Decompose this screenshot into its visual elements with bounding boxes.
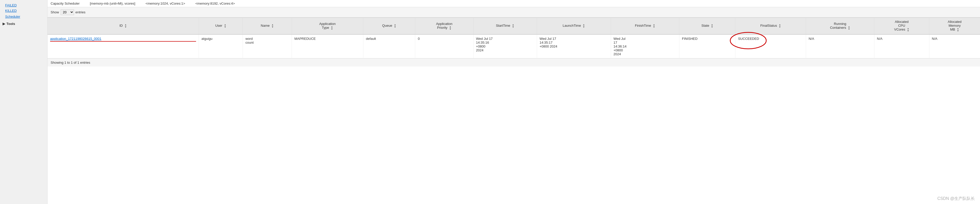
tools-label: Tools: [6, 22, 15, 26]
finalstatus-value: SUCCEEDED: [738, 37, 759, 41]
cell-queue: default: [363, 34, 415, 58]
link-underline-decoration: [50, 41, 196, 41]
sort-containers-icon: ▲▼: [848, 26, 850, 30]
cell-state: FINISHED: [679, 34, 735, 58]
scheduler-name: Capacity Scheduler: [51, 2, 80, 5]
col-state[interactable]: State ▲▼: [679, 18, 735, 35]
col-name[interactable]: Name ▲▼: [243, 18, 292, 35]
sort-start-icon: ▲▼: [512, 24, 514, 28]
show-label: Show: [51, 10, 59, 14]
sort-priority-icon: ▲▼: [449, 26, 452, 30]
col-finalstatus[interactable]: FinalStatus ▲▼: [735, 18, 806, 35]
scheduler-link[interactable]: Scheduler: [0, 13, 47, 20]
sort-state-icon: ▲▼: [711, 24, 713, 28]
min-resources: <memory:1024, vCores:1>: [145, 2, 185, 5]
app-name-line1: word: [245, 37, 253, 41]
col-launchtime[interactable]: LaunchTime ▲▼: [537, 18, 611, 35]
col-user[interactable]: User ▲▼: [199, 18, 243, 35]
cell-name: word count: [243, 34, 292, 58]
cell-running-containers: N/A: [806, 34, 874, 58]
table-wrapper: ID ▲▼ User ▲▼ Name ▲▼ ApplicationType ▲▼: [48, 18, 980, 58]
main-content: Capacity Scheduler [memory-mb (unit=Mi),…: [48, 0, 980, 204]
col-alloc-memory[interactable]: AllocatedMemoryMB ▲▼: [929, 18, 980, 35]
sort-finalstatus-icon: ▲▼: [779, 24, 781, 28]
cell-apptype: MAPREDUCE: [292, 34, 363, 58]
sort-queue-icon: ▲▼: [394, 24, 396, 28]
cell-launchtime: Wed Jul 1714:35:17+0800 2024: [537, 34, 611, 58]
applications-table: ID ▲▼ User ▲▼ Name ▲▼ ApplicationType ▲▼: [48, 18, 980, 58]
cell-priority: 0: [415, 34, 473, 58]
app-name-line2: count: [245, 41, 254, 45]
table-row: application_1721198026615_0001 atguigu w…: [48, 34, 980, 58]
cell-finalstatus: SUCCEEDED: [735, 34, 806, 58]
sort-name-icon: ▲▼: [271, 24, 274, 28]
killed-link[interactable]: KILLED: [0, 8, 47, 13]
show-bar: Show 10 20 50 100 entries: [48, 7, 980, 18]
entries-select[interactable]: 10 20 50 100: [60, 9, 74, 15]
sort-finish-icon: ▲▼: [653, 24, 655, 28]
col-alloc-cpu[interactable]: AllocatedCPUVCores ▲▼: [874, 18, 929, 35]
sort-apptype-icon: ▲▼: [331, 26, 333, 30]
tools-arrow-icon: ▶: [3, 22, 5, 26]
sort-id-icon: ▲▼: [124, 24, 127, 28]
table-footer: Showing 1 to 1 of 1 entries: [48, 58, 980, 67]
cell-alloc-cpu: N/A: [874, 34, 929, 58]
col-id[interactable]: ID ▲▼: [48, 18, 199, 35]
col-app-type[interactable]: ApplicationType ▲▼: [292, 18, 363, 35]
cell-alloc-memory: N/A: [929, 34, 980, 58]
sort-user-icon: ▲▼: [224, 24, 226, 28]
col-finishtime[interactable]: FinishTime ▲▼: [611, 18, 679, 35]
max-resources: <memory:8192, vCores:4>: [195, 2, 235, 5]
col-app-priority[interactable]: ApplicationPriority ▲▼: [415, 18, 473, 35]
cell-user: atguigu: [199, 34, 243, 58]
sidebar: FAILED KILLED Scheduler ▶ Tools: [0, 0, 48, 204]
failed-link[interactable]: FAILED: [0, 3, 47, 8]
sort-memory-icon: ▲▼: [957, 27, 959, 32]
showing-label: Showing 1 to 1 of 1 entries: [51, 61, 90, 64]
cell-finishtime: Wed Jul1714:36:14+08002024: [611, 34, 679, 58]
svg-point-0: [730, 32, 766, 49]
app-id-link[interactable]: application_1721198026615_0001: [50, 37, 102, 41]
sort-launch-icon: ▲▼: [582, 24, 585, 28]
col-starttime[interactable]: StartTime ▲▼: [473, 18, 537, 35]
entries-label: entries: [76, 10, 86, 14]
tools-section[interactable]: ▶ Tools: [0, 20, 47, 28]
col-queue[interactable]: Queue ▲▼: [363, 18, 415, 35]
col-running-containers[interactable]: RunningContainers ▲▼: [806, 18, 874, 35]
info-bar: Capacity Scheduler [memory-mb (unit=Mi),…: [48, 0, 980, 7]
sort-cpu-icon: ▲▼: [907, 27, 909, 32]
cell-starttime: Wed Jul 1714:35:16+08002024: [473, 34, 537, 58]
metrics-info: [memory-mb (unit=Mi), vcores]: [90, 2, 135, 5]
cell-id: application_1721198026615_0001: [48, 34, 199, 58]
